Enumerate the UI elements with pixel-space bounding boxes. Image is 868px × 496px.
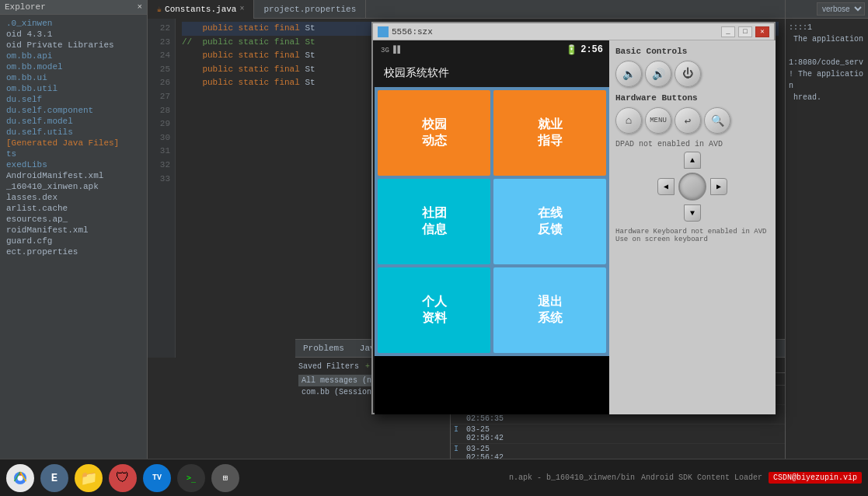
back-btn[interactable]: ↩: [675, 107, 701, 134]
project-tree: .0_xinwenoid 4.3.1oid Private Librarieso…: [0, 15, 147, 260]
chrome-icon[interactable]: [6, 464, 34, 492]
dpad-left-btn[interactable]: ◀: [657, 178, 675, 195]
tree-item[interactable]: ts: [0, 148, 147, 159]
tree-item[interactable]: _160410_xinwen.apk: [0, 181, 147, 192]
tree-item[interactable]: du.self.component: [0, 105, 147, 116]
dpad: ▲ ◀ ▶ ▼: [657, 152, 727, 222]
dpad-up-btn[interactable]: ▲: [684, 152, 701, 169]
basic-controls-title: Basic Controls: [615, 47, 769, 56]
vol-down-btn[interactable]: 🔈: [615, 61, 642, 87]
emulator-restore-btn[interactable]: □: [738, 26, 752, 37]
tree-item[interactable]: roidManifest.xml: [0, 225, 147, 236]
tab-icon: ☕: [157, 5, 162, 14]
taskbar-status: n.apk - b_160410_xinwen/bin Android SDK …: [509, 472, 862, 484]
tab-label-2: project.properties: [263, 5, 356, 14]
emulator-close-btn[interactable]: ✕: [755, 26, 769, 37]
svg-point-1: [18, 475, 23, 480]
tree-item[interactable]: exedLibs: [0, 159, 147, 170]
emulator-window: 5556:szx _ □ ✕ 3G ▋▋ 🔋 2:56 校园系统软件 校园 动态…: [371, 22, 776, 414]
menu-tile[interactable]: 就业 指导: [493, 90, 606, 176]
hw-buttons-row: ⌂ MENU ↩ 🔍: [615, 107, 769, 134]
emulator-title: 5556:szx: [392, 27, 718, 37]
dpad-right-btn[interactable]: ▶: [710, 178, 727, 195]
saved-filters-label: Saved Filters: [298, 362, 359, 371]
dpad-center-btn[interactable]: [678, 173, 706, 201]
editor-tabs: ☕ Constants.java × project.properties: [148, 0, 785, 19]
teamviewer-icon[interactable]: TV: [143, 464, 171, 492]
output-toolbar: verbose: [786, 0, 868, 19]
tree-item[interactable]: [Generated Java Files]: [0, 138, 147, 148]
menu-btn[interactable]: MENU: [645, 107, 671, 134]
keyboard-note: Hardware Keyboard not enabled in AVD Use…: [615, 228, 769, 243]
shield-icon[interactable]: 🛡: [109, 464, 137, 492]
output-content: ::::1 The application 1:8080/code_serv !…: [786, 19, 868, 107]
home-btn[interactable]: ⌂: [615, 107, 642, 134]
tree-item[interactable]: arlist.cache: [0, 203, 147, 214]
tree-item[interactable]: du.self.utils: [0, 127, 147, 138]
tree-item[interactable]: oid 4.3.1: [0, 29, 147, 40]
vol-up-btn[interactable]: 🔊: [645, 61, 671, 87]
menu-tile[interactable]: 社团 信息: [378, 179, 490, 264]
phone-statusbar: 3G ▋▋ 🔋 2:56: [375, 40, 609, 59]
tab-constants-java[interactable]: ☕ Constants.java ×: [148, 0, 254, 19]
task-manager-icon[interactable]: ⊞: [211, 464, 239, 492]
tree-item[interactable]: esources.ap_: [0, 214, 147, 225]
tree-item[interactable]: om.bb.ui: [0, 72, 147, 83]
tree-item[interactable]: om.bb.model: [0, 61, 147, 72]
emulator-titlebar: 5556:szx _ □ ✕: [373, 23, 774, 40]
tree-item[interactable]: du.self: [0, 94, 147, 105]
right-output: verbose ::::1 The application 1:8080/cod…: [785, 0, 868, 459]
terminal-icon[interactable]: >_: [177, 464, 205, 492]
phone-time: 🔋 2:56: [566, 44, 603, 56]
tree-item[interactable]: du.self.model: [0, 116, 147, 127]
project-explorer: Explorer × .0_xinwenoid 4.3.1oid Private…: [0, 0, 148, 459]
menu-tile[interactable]: 在线 反馈: [493, 179, 606, 264]
folder-icon[interactable]: 📁: [75, 464, 103, 492]
dpad-down-btn[interactable]: ▼: [684, 204, 701, 222]
tree-item[interactable]: lasses.dex: [0, 192, 147, 203]
tree-item[interactable]: .0_xinwen: [0, 18, 147, 29]
tab-close[interactable]: ×: [239, 5, 244, 13]
status-right-text: Android SDK Content Loader: [641, 473, 762, 482]
dpad-note: DPAD not enabled in AVD: [615, 140, 769, 148]
hardware-controls: Basic Controls 🔈 🔊 ⏻ Hardware Buttons ⌂ …: [609, 40, 776, 414]
phone-menu-grid: 校园 动态就业 指导社团 信息在线 反馈个人 资料退出 系统: [375, 87, 609, 356]
tab-label: Constants.java: [165, 5, 236, 14]
menu-tile[interactable]: 校园 动态: [378, 90, 490, 176]
tree-item[interactable]: guard.cfg: [0, 236, 147, 246]
eclipse-icon[interactable]: E: [40, 464, 68, 492]
power-btn[interactable]: ⏻: [675, 61, 701, 87]
hardware-buttons-title: Hardware Buttons: [615, 93, 769, 103]
verbose-select[interactable]: verbose: [817, 2, 865, 16]
tree-item[interactable]: AndroidManifest.xml: [0, 170, 147, 181]
search-btn[interactable]: 🔍: [704, 107, 730, 134]
explorer-header: Explorer ×: [0, 0, 147, 15]
tab-problems[interactable]: Problems: [295, 339, 352, 358]
csdn-badge: CSDN@biyezupin.vip: [769, 472, 862, 484]
emulator-icon: [378, 26, 389, 37]
taskbar: E 📁 🛡 TV >_ ⊞ n.apk - b_160410_xinwen/bi…: [0, 459, 868, 496]
explorer-close[interactable]: ×: [137, 2, 142, 12]
tab-project-properties[interactable]: project.properties: [254, 0, 366, 19]
explorer-title: Explorer: [5, 2, 46, 12]
menu-tile[interactable]: 个人 资料: [378, 267, 490, 353]
menu-tile[interactable]: 退出 系统: [493, 267, 606, 353]
basic-controls-row: 🔈 🔊 ⏻: [615, 61, 769, 87]
tree-item[interactable]: ect.properties: [0, 246, 147, 257]
phone-topbar: 校园系统软件: [375, 59, 609, 87]
tree-item[interactable]: om.bb.util: [0, 83, 147, 94]
tree-item[interactable]: om.bb.api: [0, 51, 147, 61]
status-left-text: n.apk - b_160410_xinwen/bin: [509, 473, 635, 482]
phone-screen: 3G ▋▋ 🔋 2:56 校园系统软件 校园 动态就业 指导社团 信息在线 反馈…: [375, 40, 609, 414]
app-title: 校园系统软件: [384, 66, 449, 80]
signal-icon: 3G ▋▋: [381, 46, 402, 54]
tree-item[interactable]: oid Private Libraries: [0, 40, 147, 51]
emulator-minimize-btn[interactable]: _: [721, 26, 735, 37]
line-numbers: 222324252627282930313233: [148, 19, 176, 358]
